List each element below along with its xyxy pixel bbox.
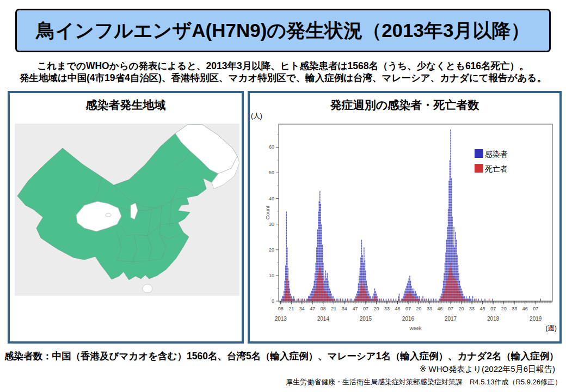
svg-text:0: 0: [272, 298, 274, 304]
svg-text:2015: 2015: [360, 316, 372, 322]
title-banner: 鳥インフルエンザA(H7N9)の発生状況（2013年3月以降）: [15, 9, 551, 52]
svg-text:20: 20: [501, 306, 507, 311]
svg-text:21: 21: [288, 306, 294, 311]
chart-panel: 発症週別の感染者・死亡者数 (人) 0102030405060Count0820…: [248, 91, 562, 344]
svg-text:34: 34: [299, 306, 305, 311]
svg-text:33: 33: [384, 306, 390, 311]
case-count-summary: 感染者数：中国（香港及びマカオを含む）1560名、台湾5名（輸入症例）、マレーシ…: [4, 350, 563, 363]
svg-text:2019: 2019: [530, 316, 542, 322]
svg-text:week: week: [409, 325, 421, 331]
svg-text:46: 46: [480, 306, 485, 311]
svg-text:33: 33: [469, 306, 475, 311]
who-source-note: ※ WHO発表より(2022年5月6日報告): [0, 364, 555, 375]
x-unit-label: (週): [545, 324, 557, 333]
svg-text:46: 46: [438, 306, 443, 311]
svg-text:2017: 2017: [445, 316, 457, 322]
svg-text:30: 30: [269, 222, 274, 227]
qinghai-lake: [106, 213, 111, 217]
svg-text:Count: Count: [264, 205, 270, 219]
svg-text:07: 07: [363, 306, 368, 311]
svg-text:46: 46: [522, 306, 528, 311]
svg-text:20: 20: [269, 247, 274, 253]
svg-text:2013: 2013: [275, 316, 287, 322]
china-map: [15, 124, 239, 296]
credit-note: 厚生労働省健康・生活衛生局感染症対策部感染症対策課 R4.5.13作成（R5.9…: [0, 377, 562, 387]
svg-text:2016: 2016: [402, 316, 415, 322]
page-title: 鳥インフルエンザA(H7N9)の発生状況（2013年3月以降）: [36, 18, 530, 44]
svg-text:07: 07: [405, 306, 411, 311]
svg-text:47: 47: [310, 306, 315, 311]
intro-text: これまでのWHOからの発表によると、2013年3月以降、ヒト感染患者は1568名…: [0, 60, 566, 84]
svg-text:07: 07: [490, 306, 496, 311]
svg-text:07: 07: [448, 306, 453, 311]
map-panel-title: 感染者発生地域: [10, 97, 242, 113]
svg-text:20: 20: [459, 306, 464, 311]
svg-text:2018: 2018: [487, 316, 500, 322]
region-hainan-white: [143, 284, 152, 293]
svg-text:10: 10: [269, 273, 274, 278]
svg-text:60: 60: [269, 144, 274, 150]
svg-text:08: 08: [321, 306, 326, 311]
svg-text:20: 20: [416, 306, 421, 311]
svg-text:40: 40: [269, 196, 274, 201]
svg-text:34: 34: [342, 306, 347, 311]
svg-text:2014: 2014: [317, 316, 330, 322]
china-map-svg: [15, 124, 239, 296]
svg-text:33: 33: [512, 306, 517, 311]
intro-line-1: これまでのWHOからの発表によると、2013年3月以降、ヒト感染患者は1568名…: [0, 60, 566, 72]
intro-line-2: 発生地域は中国(4市19省4自治区)、香港特別区、マカオ特別区で、輸入症例は台湾…: [0, 72, 566, 84]
map-panel: 感染者発生地域: [8, 91, 244, 344]
svg-text:47: 47: [352, 306, 358, 311]
slide: { "title": "鳥インフルエンザA(H7N9)の発生状況（2013年3月…: [0, 0, 566, 392]
svg-text:感染者: 感染者: [485, 150, 508, 158]
svg-text:46: 46: [395, 306, 400, 311]
svg-text:33: 33: [427, 306, 432, 311]
svg-text:08: 08: [278, 306, 284, 311]
svg-text:50: 50: [269, 170, 274, 175]
epidemic-curve-chart: 0102030405060Count0820132134470820142134…: [250, 93, 559, 341]
svg-text:21: 21: [331, 306, 336, 311]
svg-text:20: 20: [373, 306, 379, 311]
svg-text:07: 07: [533, 306, 538, 311]
svg-text:死亡者: 死亡者: [485, 164, 508, 173]
